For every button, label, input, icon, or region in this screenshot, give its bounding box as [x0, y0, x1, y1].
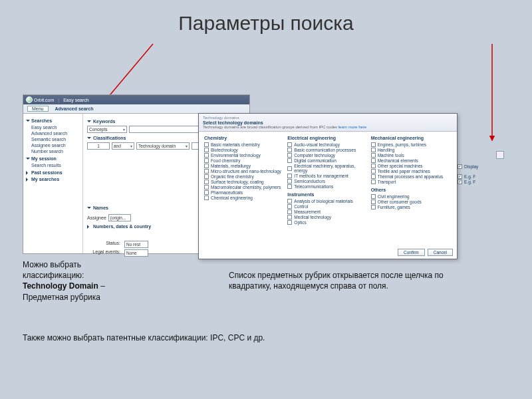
checkbox[interactable] — [287, 148, 292, 152]
checkbox[interactable] — [458, 164, 462, 169]
checkbox[interactable] — [371, 205, 376, 209]
domain-option[interactable]: Audio-visual technology — [287, 142, 368, 147]
checkbox[interactable] — [204, 174, 209, 179]
assignee-hint[interactable]: (origin... — [108, 214, 131, 221]
checkbox[interactable] — [458, 174, 462, 179]
domain-option[interactable]: Medical technology — [287, 215, 368, 219]
checkbox[interactable] — [371, 174, 376, 179]
checkbox[interactable] — [287, 199, 292, 203]
checkbox[interactable] — [371, 180, 376, 184]
checkbox[interactable] — [371, 164, 376, 168]
sidebar-session-h[interactable]: My session — [26, 156, 80, 161]
domain-label: Basic communication processes — [294, 148, 356, 152]
domain-option[interactable]: Mechanical elements — [371, 158, 452, 163]
easy-search-link[interactable]: Easy search — [63, 98, 89, 102]
domain-option[interactable]: Handling — [371, 148, 452, 152]
domain-option[interactable]: Control — [287, 204, 368, 209]
confirm-button[interactable]: Confirm — [398, 249, 425, 256]
checkbox[interactable] — [371, 153, 376, 158]
domain-option[interactable]: Surface technology, coating — [204, 180, 285, 184]
checkbox[interactable] — [287, 204, 292, 209]
checkbox[interactable] — [371, 200, 376, 204]
checkbox[interactable] — [204, 142, 209, 147]
checkbox[interactable] — [287, 166, 292, 171]
domain-option[interactable]: Chemical engineering — [204, 196, 285, 200]
domain-option[interactable]: Biotechnology — [204, 148, 285, 152]
domain-option[interactable]: Other consumer goods — [371, 200, 452, 204]
domain-option[interactable]: Semiconductors — [287, 179, 368, 184]
checkbox[interactable] — [204, 164, 209, 168]
status-select[interactable]: No rest — [124, 241, 148, 248]
sidebar-item[interactable]: Assignee search — [26, 142, 80, 148]
checkbox[interactable] — [204, 190, 209, 195]
checkbox[interactable] — [287, 184, 292, 189]
checkbox[interactable] — [371, 194, 376, 199]
domain-option[interactable]: Micro-structure and nano-technology — [204, 169, 285, 174]
options-panel: Display E.g. F E.g. F — [458, 164, 513, 185]
domain-option[interactable]: Thermal processes and apparatus — [371, 174, 452, 179]
domain-option[interactable]: Pharmaceuticals — [204, 190, 285, 195]
domain-option[interactable]: IT methods for management — [287, 174, 368, 178]
domain-option[interactable]: Computer technology — [287, 153, 368, 158]
checkbox[interactable] — [371, 158, 376, 163]
and-select[interactable]: and▾ — [112, 142, 134, 150]
cancel-button[interactable]: Cancel — [428, 249, 453, 256]
checkbox[interactable] — [204, 169, 209, 174]
domain-option[interactable]: Food chemistry — [204, 158, 285, 163]
advanced-search-tab[interactable]: Advanced search — [55, 106, 94, 111]
checkbox[interactable] — [287, 220, 292, 225]
checkbox[interactable] — [204, 180, 209, 184]
domain-option[interactable]: Measurement — [287, 209, 368, 214]
checkbox[interactable] — [287, 158, 292, 163]
domain-option[interactable]: Basic materials chemistry — [204, 142, 285, 147]
classification-type-select[interactable]: Technology domain▾ — [136, 142, 190, 150]
checkbox[interactable] — [371, 169, 376, 174]
checkbox[interactable] — [287, 153, 292, 158]
checkbox[interactable] — [204, 148, 209, 152]
domain-option[interactable]: Environmental technology — [204, 153, 285, 158]
sidebar-searches-h[interactable]: Searches — [26, 118, 80, 123]
domain-option[interactable]: Telecommunications — [287, 184, 368, 189]
concepts-select[interactable]: Concepts▾ — [87, 126, 127, 133]
domain-option[interactable]: Materials, metallurgy — [204, 164, 285, 168]
sidebar-item[interactable]: Easy search — [26, 124, 80, 130]
domain-option[interactable]: Electrical machinery, apparatus, energy — [287, 164, 368, 173]
checkbox[interactable] — [287, 142, 292, 147]
learn-more-link[interactable]: learn more here — [338, 125, 366, 129]
sidebar-mysearches-h[interactable]: My searches — [26, 177, 80, 182]
domain-option[interactable]: Optics — [287, 220, 368, 225]
sidebar-item[interactable]: Advanced search — [26, 130, 80, 136]
domain-option[interactable]: Organic fine chemistry — [204, 174, 285, 179]
sidebar-item[interactable]: Semantic search — [26, 136, 80, 142]
checkbox[interactable] — [287, 174, 292, 178]
checkbox[interactable] — [371, 148, 376, 152]
domain-option[interactable]: Engines, pumps, turbines — [371, 142, 452, 147]
checkbox[interactable] — [204, 185, 209, 190]
step-select[interactable]: 1 — [87, 142, 110, 150]
checkbox[interactable] — [204, 153, 209, 158]
checkbox[interactable] — [204, 158, 209, 163]
sidebar-past-h[interactable]: Past sessions — [26, 170, 80, 175]
sidebar-item[interactable]: Search results — [26, 162, 80, 168]
domain-option[interactable]: Transport — [371, 180, 452, 184]
domain-option[interactable]: Basic communication processes — [287, 148, 368, 152]
domain-option[interactable]: Macromolecular chemistry, polymers — [204, 185, 285, 190]
col-electrical: Electrical engineering Audio-visual tech… — [287, 136, 368, 225]
legal-select[interactable]: None — [124, 249, 148, 257]
menu-tab[interactable]: Menu — [27, 106, 49, 112]
checkbox[interactable] — [371, 142, 376, 147]
checkbox[interactable] — [287, 209, 292, 214]
domain-option[interactable]: Machine tools — [371, 153, 452, 158]
domain-option[interactable]: Textile and paper machines — [371, 169, 452, 174]
domain-option[interactable]: Furniture, games — [371, 205, 452, 209]
sidebar-item[interactable]: Number search — [26, 148, 80, 154]
domain-option[interactable]: Civil engineering — [371, 194, 452, 199]
display-toggle-button[interactable] — [496, 151, 504, 159]
checkbox[interactable] — [287, 179, 292, 184]
checkbox[interactable] — [204, 196, 209, 200]
domain-option[interactable]: Other special machines — [371, 164, 452, 168]
domain-option[interactable]: Digital communication — [287, 158, 368, 163]
checkbox[interactable] — [287, 215, 292, 219]
checkbox[interactable] — [458, 180, 462, 184]
domain-option[interactable]: Analysis of biological materials — [287, 199, 368, 203]
